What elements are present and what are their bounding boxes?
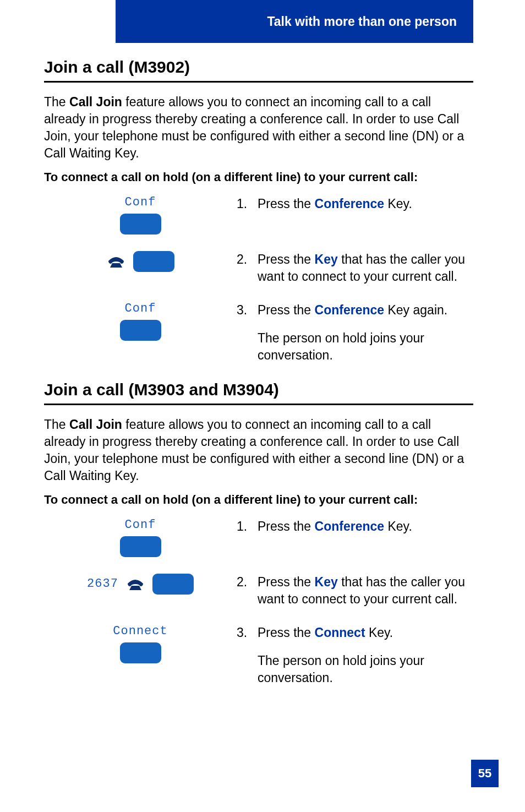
step2-prefix: Press the	[258, 252, 315, 266]
step1-num: 1.	[237, 195, 251, 212]
phone-icon	[107, 254, 125, 269]
section1-step3-row: Conf 3. Press the Conference Key again. …	[44, 302, 473, 364]
s2-step1-num: 1.	[237, 518, 251, 535]
connect-keyword: Connect	[315, 625, 365, 640]
conf-key-block-2: Conf	[44, 302, 237, 341]
s2-step1-body: Press the Conference Key.	[258, 518, 473, 535]
intro-prefix: The	[44, 95, 69, 109]
header-tab-text: Talk with more than one person	[267, 14, 457, 29]
page-content: Join a call (M3902) The Call Join featur…	[44, 58, 473, 703]
conf-key-label-2: Conf	[125, 302, 156, 315]
step3-num: 3.	[237, 302, 251, 364]
header-tab: Talk with more than one person	[116, 0, 473, 43]
s2-step3-num: 3.	[237, 624, 251, 686]
line-key-button-2	[152, 574, 194, 595]
line-key-button	[133, 251, 174, 272]
s2-step3-text: 3. Press the Connect Key. The person on …	[237, 624, 473, 686]
conf-key-block: Conf	[44, 195, 237, 235]
connect-key-block: Connect	[44, 624, 237, 663]
step2-text: 2. Press the Key that has the caller you…	[237, 251, 473, 285]
conference-keyword-2: Conference	[315, 303, 385, 317]
step1-prefix: Press the	[258, 197, 315, 211]
phone-key-row-2: 2637	[87, 574, 194, 595]
s2-step3-prefix: Press the	[258, 625, 315, 640]
s2-step1-prefix: Press the	[258, 519, 315, 533]
line-key-block	[44, 251, 237, 272]
section1-step2-row: 2. Press the Key that has the caller you…	[44, 251, 473, 285]
s2-step1-text: 1. Press the Conference Key.	[237, 518, 473, 535]
s2-step3-body: Press the Connect Key. The person on hol…	[258, 624, 473, 686]
s2-step2-prefix: Press the	[258, 575, 315, 589]
conference-keyword: Conference	[315, 197, 385, 211]
section2-subhead: To connect a call on hold (on a differen…	[44, 492, 473, 508]
step2-num: 2.	[237, 251, 251, 285]
conf-key-block-3: Conf	[44, 518, 237, 557]
connect-key-button	[120, 642, 161, 663]
conf-key-button	[120, 214, 161, 235]
intro2-bold: Call Join	[69, 417, 122, 432]
s2-step2-body: Press the Key that has the caller you wa…	[258, 574, 473, 608]
conf-key-button-3	[120, 536, 161, 557]
intro2-prefix: The	[44, 417, 69, 432]
key-keyword-2: Key	[315, 575, 338, 589]
section1-title: Join a call (M3902)	[44, 58, 473, 83]
line-number-label: 2637	[87, 577, 118, 591]
section1-step1-row: Conf 1. Press the Conference Key.	[44, 195, 473, 235]
s2-step3-result: The person on hold joins your conversati…	[258, 652, 473, 686]
step2-body: Press the Key that has the caller you wa…	[258, 251, 473, 285]
step3-result: The person on hold joins your conversati…	[258, 330, 473, 364]
page-number: 55	[478, 766, 491, 781]
connect-key-label: Connect	[113, 624, 167, 638]
section1-subhead: To connect a call on hold (on a differen…	[44, 170, 473, 186]
s2-step2-num: 2.	[237, 574, 251, 608]
section2-step2-row: 2637 2. Press the Key that has the calle…	[44, 574, 473, 608]
phone-key-row	[107, 251, 174, 272]
section2-intro: The Call Join feature allows you to conn…	[44, 416, 473, 484]
conference-keyword-3: Conference	[315, 519, 385, 533]
section1-intro: The Call Join feature allows you to conn…	[44, 94, 473, 162]
s2-step1-suffix: Key.	[384, 519, 412, 533]
line-key-block-2: 2637	[44, 574, 237, 595]
step3-text: 3. Press the Conference Key again. The p…	[237, 302, 473, 364]
section2-step3-row: Connect 3. Press the Connect Key. The pe…	[44, 624, 473, 686]
section2-title: Join a call (M3903 and M3904)	[44, 380, 473, 405]
step1-suffix: Key.	[384, 197, 412, 211]
s2-step2-text: 2. Press the Key that has the caller you…	[237, 574, 473, 608]
step1-body: Press the Conference Key.	[258, 195, 473, 212]
step3-suffix: Key again.	[384, 303, 447, 317]
s2-step3-suffix: Key.	[365, 625, 393, 640]
conf-key-label: Conf	[125, 195, 156, 209]
page-number-box: 55	[471, 760, 499, 787]
phone-icon-2	[126, 577, 145, 591]
conf-key-label-3: Conf	[125, 518, 156, 532]
intro-bold: Call Join	[69, 95, 122, 109]
key-keyword: Key	[315, 252, 338, 266]
step3-body: Press the Conference Key again. The pers…	[258, 302, 473, 364]
step1-text: 1. Press the Conference Key.	[237, 195, 473, 212]
step3-prefix: Press the	[258, 303, 315, 317]
section2-step1-row: Conf 1. Press the Conference Key.	[44, 518, 473, 557]
conf-key-button-2	[120, 320, 161, 341]
